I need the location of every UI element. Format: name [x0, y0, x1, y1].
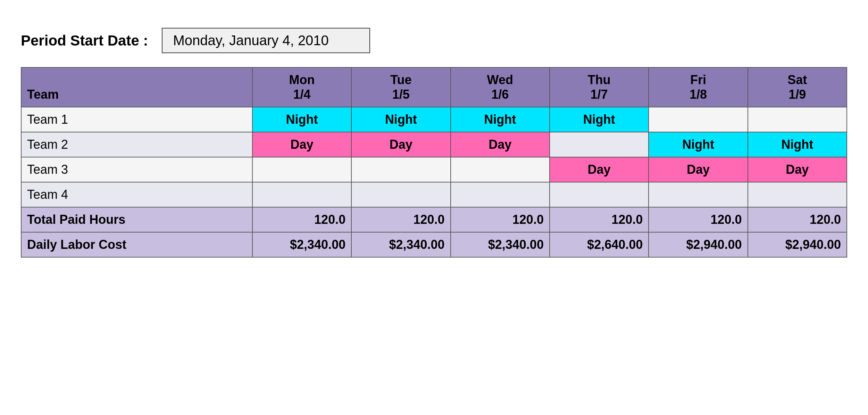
summary-0-wed: 120.0 [451, 207, 550, 232]
header-team-label: Team [27, 87, 59, 101]
team-1-wed-cell: Night [451, 107, 550, 132]
summary-1-mon: $2,340.00 [252, 232, 351, 257]
summary-0-sat: 120.0 [748, 207, 847, 232]
team-4-tue-cell [351, 182, 450, 207]
team-1-fri-cell [649, 107, 748, 132]
summary-1-sat: $2,940.00 [748, 232, 847, 257]
table-row: Team 2DayDayDayNightNight [21, 132, 847, 157]
table-row: Team 1NightNightNightNight [21, 107, 847, 132]
team-4-fri-cell [649, 182, 748, 207]
team-3-fri-cell: Day [649, 157, 748, 182]
summary-label-1: Daily Labor Cost [21, 232, 252, 257]
header-fri-date: 1/8 [652, 87, 744, 102]
team-4-mon-cell [252, 182, 351, 207]
team-3-sat-cell: Day [748, 157, 847, 182]
table-header-row: Team Mon 1/4 Tue 1/5 Wed 1/6 Thu 1/7 Fri… [21, 67, 847, 107]
team-2-fri-cell: Night [649, 132, 748, 157]
header-sat-date: 1/9 [752, 87, 843, 102]
header-tue: Tue 1/5 [351, 67, 450, 107]
schedule-table: Team Mon 1/4 Tue 1/5 Wed 1/6 Thu 1/7 Fri… [21, 67, 847, 258]
period-start-label: Period Start Date : [21, 32, 148, 49]
summary-1-tue: $2,340.00 [351, 232, 450, 257]
summary-1-wed: $2,340.00 [451, 232, 550, 257]
header-tue-day: Tue [355, 73, 446, 87]
table-row: Team 3DayDayDay [21, 157, 847, 182]
team-3-tue-cell [351, 157, 450, 182]
team-1-thu-cell: Night [550, 107, 649, 132]
header-wed: Wed 1/6 [451, 67, 550, 107]
team-4-wed-cell [451, 182, 550, 207]
table-row: Team 4 [21, 182, 847, 207]
team-3-thu-cell: Day [550, 157, 649, 182]
header-tue-date: 1/5 [355, 87, 446, 102]
summary-0-thu: 120.0 [550, 207, 649, 232]
team-3-wed-cell [451, 157, 550, 182]
header-fri-day: Fri [652, 73, 744, 87]
summary-0-mon: 120.0 [252, 207, 351, 232]
team-3-mon-cell [252, 157, 351, 182]
header-fri: Fri 1/8 [649, 67, 748, 107]
summary-row-1: Daily Labor Cost$2,340.00$2,340.00$2,340… [21, 232, 847, 257]
header-sat-day: Sat [752, 73, 843, 87]
header-sat: Sat 1/9 [748, 67, 847, 107]
summary-0-fri: 120.0 [649, 207, 748, 232]
period-start-row: Period Start Date : Monday, January 4, 2… [21, 28, 847, 53]
team-2-tue-cell: Day [351, 132, 450, 157]
team-2-wed-cell: Day [451, 132, 550, 157]
header-mon-day: Mon [256, 73, 348, 87]
team-name-cell: Team 3 [21, 157, 252, 182]
team-2-thu-cell [550, 132, 649, 157]
header-mon: Mon 1/4 [252, 67, 351, 107]
header-thu-date: 1/7 [553, 87, 645, 102]
header-thu-day: Thu [553, 73, 645, 87]
summary-0-tue: 120.0 [351, 207, 450, 232]
header-wed-day: Wed [454, 73, 546, 87]
summary-row-0: Total Paid Hours120.0120.0120.0120.0120.… [21, 207, 847, 232]
header-wed-date: 1/6 [454, 87, 546, 102]
team-name-cell: Team 4 [21, 182, 252, 207]
team-name-cell: Team 2 [21, 132, 252, 157]
team-4-sat-cell [748, 182, 847, 207]
team-name-cell: Team 1 [21, 107, 252, 132]
summary-1-fri: $2,940.00 [649, 232, 748, 257]
summary-label-0: Total Paid Hours [21, 207, 252, 232]
team-2-mon-cell: Day [252, 132, 351, 157]
team-1-sat-cell [748, 107, 847, 132]
header-thu: Thu 1/7 [550, 67, 649, 107]
team-2-sat-cell: Night [748, 132, 847, 157]
team-1-tue-cell: Night [351, 107, 450, 132]
header-team: Team [21, 67, 252, 107]
team-4-thu-cell [550, 182, 649, 207]
period-start-value: Monday, January 4, 2010 [162, 28, 370, 53]
summary-1-thu: $2,640.00 [550, 232, 649, 257]
header-mon-date: 1/4 [256, 87, 348, 102]
team-1-mon-cell: Night [252, 107, 351, 132]
